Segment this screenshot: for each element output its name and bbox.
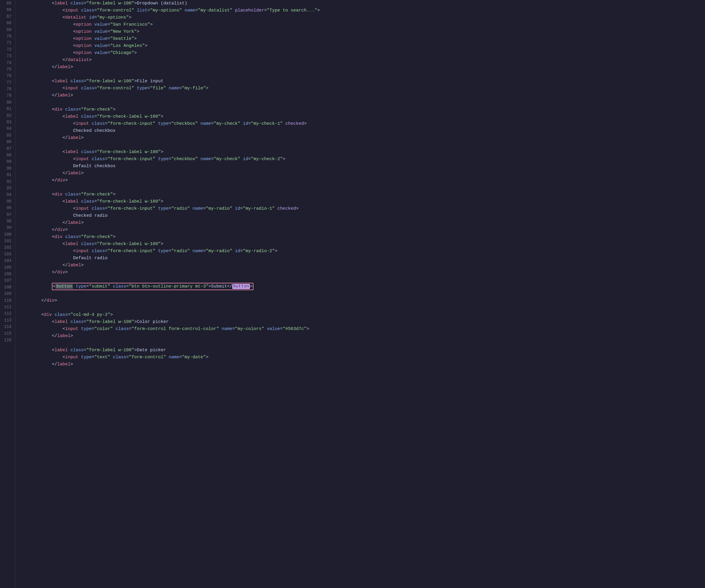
line-num-116: 116 (2, 337, 11, 343)
line-num-66: 66 (2, 6, 11, 13)
code-line-116: </label> (20, 361, 705, 368)
code-line-99: <label class="form-check-label w-100"> (20, 241, 705, 248)
code-line-109: <div class="col-md-4 py-2"> (20, 311, 705, 318)
line-num-110: 110 (2, 297, 11, 304)
line-num-84: 84 (2, 125, 11, 132)
code-line-69: <option value="New York"> (20, 28, 705, 35)
line-num-70: 70 (2, 33, 11, 40)
line-num-95: 95 (2, 198, 11, 205)
line-num-104: 104 (2, 258, 11, 264)
line-num-91: 91 (2, 172, 11, 178)
line-num-80: 80 (2, 99, 11, 105)
code-line-105: <button type="submit" class="btn btn-out… (20, 283, 705, 290)
code-line-98: <div class="form-check"> (20, 233, 705, 241)
line-num-93: 93 (2, 185, 11, 191)
code-line-73: </datalist> (20, 57, 705, 64)
code-line-114: <label class="form-label w-100">Date pic… (20, 347, 705, 354)
line-num-72: 72 (2, 46, 11, 53)
line-num-68: 68 (2, 20, 11, 26)
line-num-85: 85 (2, 132, 11, 139)
code-line-82: <input class="form-check-input" type="ch… (20, 120, 705, 127)
code-line-100: <input class="form-check-input" type="ra… (20, 248, 705, 255)
line-num-106: 106 (2, 271, 11, 277)
code-line-91 (20, 184, 705, 191)
code-line-107: </div> (20, 297, 705, 304)
code-line-75 (20, 71, 705, 78)
line-num-98: 98 (2, 218, 11, 224)
code-line-108 (20, 304, 705, 311)
line-num-69: 69 (2, 27, 11, 33)
code-content[interactable]: <label class="form-label w-100">Dropdown… (15, 0, 705, 588)
code-line-92: <div class="form-check"> (20, 191, 705, 198)
line-num-115: 115 (2, 330, 11, 337)
line-num-92: 92 (2, 178, 11, 185)
code-line-70: <option value="Seattle"> (20, 35, 705, 42)
code-editor: 65 66 67 68 69 70 71 72 73 74 75 76 77 7… (0, 0, 705, 588)
code-line-67: <datalist id="my-options"> (20, 14, 705, 21)
code-line-97: </div> (20, 226, 705, 233)
line-num-75: 75 (2, 66, 11, 73)
code-line-85 (20, 142, 705, 149)
code-line-106 (20, 290, 705, 297)
code-line-84: </label> (20, 134, 705, 142)
line-num-102: 102 (2, 244, 11, 251)
code-line-87: <input class="form-check-input" type="ch… (20, 156, 705, 163)
code-line-66: <input class="form-control" list="my-opt… (20, 7, 705, 14)
code-line-101: Default radio (20, 255, 705, 262)
line-num-105: 105 (2, 264, 11, 271)
line-num-73: 73 (2, 53, 11, 59)
line-num-97: 97 (2, 212, 11, 218)
code-line-72: <option value="Chicago"> (20, 50, 705, 57)
line-num-87: 87 (2, 145, 11, 152)
code-line-65: <label class="form-label w-100">Dropdown… (20, 0, 705, 7)
line-num-90: 90 (2, 165, 11, 172)
line-num-71: 71 (2, 40, 11, 46)
code-line-112: </label> (20, 333, 705, 340)
code-line-74: </label> (20, 64, 705, 71)
code-line-90: </div> (20, 177, 705, 184)
line-num-108: 108 (2, 284, 11, 290)
line-num-107: 107 (2, 277, 11, 284)
code-line-81: <label class="form-check-label w-100"> (20, 113, 705, 120)
code-line-77: <input class="form-control" type="file" … (20, 85, 705, 92)
code-line-89: </label> (20, 170, 705, 177)
code-line-95: Checked radio (20, 212, 705, 219)
line-num-103: 103 (2, 251, 11, 258)
code-line-79 (20, 99, 705, 106)
code-line-83: Checked checkbox (20, 127, 705, 134)
line-num-114: 114 (2, 323, 11, 330)
code-line-86: <label class="form-check-label w-100"> (20, 149, 705, 156)
line-num-112: 112 (2, 310, 11, 317)
line-num-99: 99 (2, 224, 11, 231)
line-num-82: 82 (2, 112, 11, 119)
code-line-71: <option value="Los Angeles"> (20, 42, 705, 50)
code-line-94: <input class="form-check-input" type="ra… (20, 205, 705, 212)
line-num-74: 74 (2, 59, 11, 66)
line-num-113: 113 (2, 317, 11, 323)
line-num-76: 76 (2, 73, 11, 79)
code-line-102: </label> (20, 262, 705, 269)
line-num-83: 83 (2, 119, 11, 125)
line-num-89: 89 (2, 159, 11, 165)
line-num-94: 94 (2, 191, 11, 198)
code-line-104 (20, 276, 705, 283)
code-line-110: <label class="form-label w-100">Color pi… (20, 318, 705, 325)
code-line-96: </label> (20, 219, 705, 226)
line-num-86: 86 (2, 139, 11, 145)
line-num-96: 96 (2, 205, 11, 211)
line-numbers: 65 66 67 68 69 70 71 72 73 74 75 76 77 7… (0, 0, 15, 588)
code-line-76: <label class="form-label w-100">File inp… (20, 78, 705, 85)
line-num-101: 101 (2, 238, 11, 244)
line-num-111: 111 (2, 304, 11, 310)
code-line-68: <option value="San Francisco"> (20, 21, 705, 28)
code-line-80: <div class="form-check"> (20, 106, 705, 113)
code-line-93: <label class="form-check-label w-100"> (20, 198, 705, 205)
line-num-88: 88 (2, 152, 11, 159)
code-line-78: </label> (20, 92, 705, 99)
line-num-65: 65 (2, 0, 11, 6)
line-num-100: 100 (2, 231, 11, 238)
line-num-77: 77 (2, 79, 11, 86)
code-line-103: </div> (20, 269, 705, 276)
line-num-79: 79 (2, 92, 11, 99)
code-line-111: <input type="color" class="form-control … (20, 325, 705, 333)
